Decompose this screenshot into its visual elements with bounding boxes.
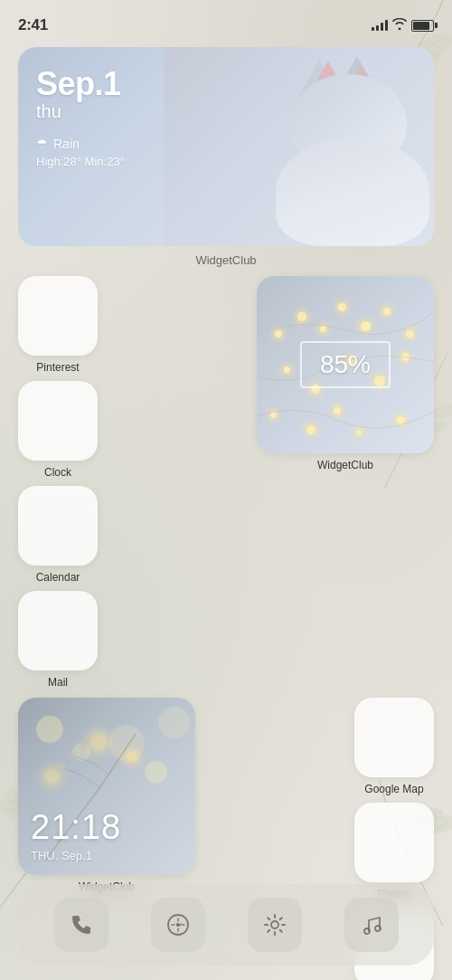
app-item-mail[interactable]: Mail [18, 591, 98, 689]
weather-condition: ☂ Rain [36, 137, 125, 151]
app-item-pinterest[interactable]: Pinterest [18, 276, 98, 374]
clock-date-display: THU. Sep.1 [31, 849, 183, 862]
svg-point-12 [69, 751, 76, 758]
battery-widget-label: WidgetClub [317, 459, 373, 471]
battery-bg: 85% [257, 276, 434, 453]
battery-icon [411, 20, 434, 32]
clock-widget[interactable]: 21:18 THU. Sep.1 [18, 698, 195, 875]
weather-temp: High:28° Min:23° [36, 155, 125, 168]
battery-widget[interactable]: 85% [257, 276, 434, 453]
status-bar: 2:41 [0, 0, 452, 40]
mail-label: Mail [48, 676, 68, 689]
app-row-1: Pinterest Clock Calendar Mail [18, 276, 434, 689]
battery-percent-text: 85% [320, 350, 371, 378]
status-icons [372, 18, 434, 33]
wifi-icon [392, 18, 407, 33]
condition-text: Rain [53, 137, 80, 151]
app-item-battery-widget[interactable]: 85% WidgetClub [257, 276, 434, 471]
calendar-icon[interactable] [18, 486, 98, 566]
clock-icon[interactable] [18, 381, 98, 461]
dock [18, 884, 434, 966]
compass-icon [165, 912, 191, 937]
signal-bars-icon [372, 20, 388, 31]
battery-percent-display: 85% [300, 341, 391, 388]
googlemap-label: Google Map [364, 783, 423, 795]
photos-icon[interactable] [354, 803, 434, 882]
mail-icon[interactable] [18, 591, 98, 671]
googlemap-icon[interactable] [354, 698, 434, 777]
svg-point-18 [375, 926, 381, 931]
dock-item-phone[interactable] [54, 898, 108, 952]
status-time: 2:41 [18, 16, 48, 34]
weather-date: Sep.1 [36, 65, 125, 103]
music-icon [359, 912, 384, 937]
gear-icon [262, 912, 287, 937]
clock-bg: 21:18 THU. Sep.1 [18, 698, 195, 875]
clock-time-display: 21:18 [31, 808, 183, 847]
pinterest-label: Pinterest [36, 361, 79, 374]
widget-club-label: WidgetClub [18, 253, 434, 267]
phone-icon [69, 912, 94, 937]
app-item-clock-widget[interactable]: 21:18 THU. Sep.1 WidgetClub [18, 698, 195, 893]
weather-day: thu [36, 101, 125, 122]
calendar-label: Calendar [36, 571, 80, 584]
dock-item-compass[interactable] [151, 898, 205, 952]
clock-label: Clock [44, 466, 71, 479]
svg-point-13 [80, 744, 87, 751]
rain-icon: ☂ [36, 137, 48, 151]
svg-point-11 [57, 762, 66, 771]
cat-background [164, 47, 434, 246]
cat-body [276, 138, 429, 246]
svg-point-16 [271, 921, 278, 928]
app-grid-left: Pinterest Clock Calendar Mail [18, 276, 98, 689]
app-item-googlemap[interactable]: Google Map [354, 698, 434, 795]
svg-point-17 [364, 928, 370, 934]
main-content: Sep.1 thu ☂ Rain High:28° Min:23° Widget… [0, 40, 452, 980]
app-item-clock[interactable]: Clock [18, 381, 98, 479]
weather-info: Sep.1 thu ☂ Rain High:28° Min:23° [36, 65, 125, 168]
dock-item-music[interactable] [344, 898, 399, 952]
dock-item-settings[interactable] [248, 898, 302, 952]
pinterest-icon[interactable] [18, 276, 98, 356]
app-item-calendar[interactable]: Calendar [18, 486, 98, 584]
weather-widget[interactable]: Sep.1 thu ☂ Rain High:28° Min:23° [18, 47, 434, 246]
